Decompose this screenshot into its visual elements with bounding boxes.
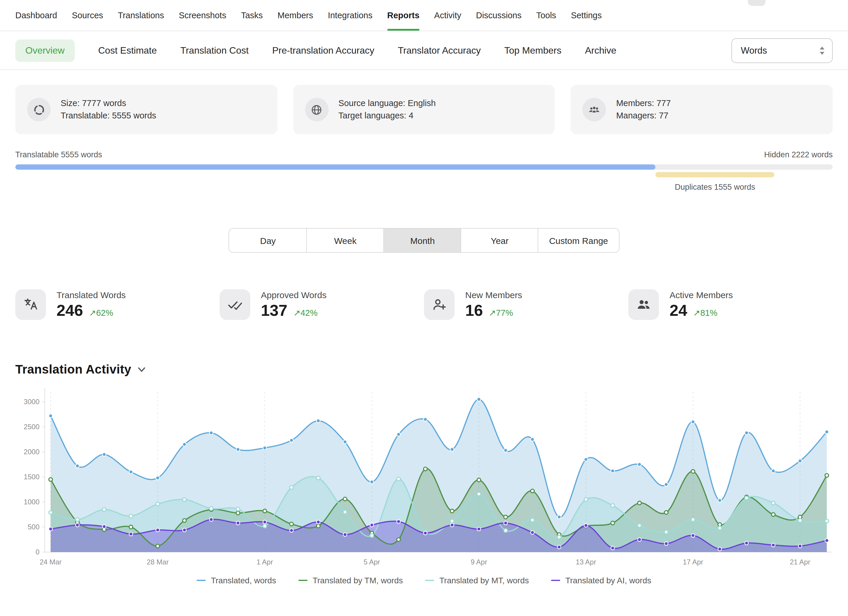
stat-text: Active Members24↗81% xyxy=(670,289,733,320)
svg-text:24 Mar: 24 Mar xyxy=(40,558,62,566)
stat-value: 16 xyxy=(465,301,483,320)
range-option-custom-range[interactable]: Custom Range xyxy=(538,229,619,252)
info-card-line: Members: 777 xyxy=(616,97,671,110)
range-option-day[interactable]: Day xyxy=(229,229,307,252)
duplicates-words-bar xyxy=(655,172,775,177)
sync-icon xyxy=(27,98,50,122)
info-card-line: Managers: 77 xyxy=(616,110,671,122)
report-tab-translation-cost[interactable]: Translation Cost xyxy=(181,45,249,56)
report-tab-cost-estimate[interactable]: Cost Estimate xyxy=(98,45,157,56)
info-card-text: Members: 777Managers: 77 xyxy=(616,97,671,122)
date-range-switcher: DayWeekMonthYearCustom Range xyxy=(229,228,619,253)
top-nav-item-activity[interactable]: Activity xyxy=(434,0,461,31)
top-nav-bar: DashboardSourcesTranslationsScreenshotsT… xyxy=(0,0,848,31)
svg-text:3000: 3000 xyxy=(24,398,40,406)
top-nav-item-settings[interactable]: Settings xyxy=(571,0,602,31)
info-card-line: Translatable: 5555 words xyxy=(61,110,156,122)
info-card-text: Source language: EnglishTarget languages… xyxy=(338,97,436,122)
stat-delta: ↗62% xyxy=(89,308,113,317)
stat-new-members: New Members16↗77% xyxy=(424,289,629,320)
activity-title: Translation Activity xyxy=(15,362,131,377)
top-nav-item-screenshots[interactable]: Screenshots xyxy=(179,0,226,31)
legend-label: Translated by MT, words xyxy=(439,576,529,585)
trend-up-icon: ↗ xyxy=(693,308,700,317)
report-tab-archive[interactable]: Archive xyxy=(585,45,617,56)
stat-delta-value: 42% xyxy=(300,308,317,317)
translatable-words-label: Translatable 5555 words xyxy=(15,150,102,159)
stat-value-row: 16↗77% xyxy=(465,301,522,320)
legend-line-icon xyxy=(197,580,206,581)
stat-delta: ↗77% xyxy=(489,308,513,317)
range-option-week[interactable]: Week xyxy=(307,229,384,252)
stat-text: Translated Words246↗62% xyxy=(56,289,126,320)
translate-icon xyxy=(15,289,46,320)
range-option-year[interactable]: Year xyxy=(461,229,538,252)
words-breakdown: Translatable 5555 words Hidden 2222 word… xyxy=(15,150,833,193)
top-nav-item-tools[interactable]: Tools xyxy=(536,0,556,31)
report-tab-pre-translation-accuracy[interactable]: Pre-translation Accuracy xyxy=(272,45,374,56)
svg-text:0: 0 xyxy=(36,548,40,556)
legend-item-translated-words[interactable]: Translated, words xyxy=(197,576,276,585)
stat-label: Translated Words xyxy=(56,289,126,300)
svg-text:9 Apr: 9 Apr xyxy=(470,558,487,566)
range-option-month[interactable]: Month xyxy=(384,229,461,252)
words-breakdown-labels: Translatable 5555 words Hidden 2222 word… xyxy=(15,150,833,159)
stat-value-row: 137↗42% xyxy=(261,301,326,320)
legend-line-icon xyxy=(425,580,434,581)
top-nav-item-translations[interactable]: Translations xyxy=(118,0,164,31)
report-tab-translator-accuracy[interactable]: Translator Accuracy xyxy=(398,45,481,56)
svg-text:1000: 1000 xyxy=(24,498,40,506)
stat-label: Active Members xyxy=(670,289,733,300)
top-nav-item-reports[interactable]: Reports xyxy=(387,0,420,31)
words-progress-track xyxy=(15,165,833,170)
page: DashboardSourcesTranslationsScreenshotsT… xyxy=(0,0,848,616)
svg-text:2000: 2000 xyxy=(24,448,40,456)
info-card: Source language: EnglishTarget languages… xyxy=(293,85,555,134)
stat-delta-value: 77% xyxy=(496,308,513,317)
legend-item-translated-by-mt-words[interactable]: Translated by MT, words xyxy=(425,576,529,585)
chevron-down-icon[interactable] xyxy=(138,367,145,372)
info-card: Size: 7777 wordsTranslatable: 5555 words xyxy=(15,85,277,134)
stat-translated-words: Translated Words246↗62% xyxy=(15,289,219,320)
top-nav-item-discussions[interactable]: Discussions xyxy=(476,0,522,31)
info-card-line: Size: 7777 words xyxy=(61,97,156,110)
duplicates-label-row: Duplicates 1555 words xyxy=(15,183,833,193)
report-tab-top-members[interactable]: Top Members xyxy=(504,45,562,56)
trend-up-icon: ↗ xyxy=(489,308,496,317)
duplicates-row xyxy=(15,172,833,177)
stat-delta-value: 81% xyxy=(700,308,717,317)
globe-icon xyxy=(305,98,328,122)
stat-counters: Translated Words246↗62%Approved Words137… xyxy=(15,289,833,320)
stat-label: New Members xyxy=(465,289,522,300)
svg-text:1500: 1500 xyxy=(24,473,40,481)
unit-select[interactable]: Words xyxy=(731,38,833,63)
top-nav-item-members[interactable]: Members xyxy=(278,0,313,31)
unit-select-value: Words xyxy=(741,45,767,56)
legend-item-translated-by-tm-words[interactable]: Translated by TM, words xyxy=(299,576,403,585)
stat-text: New Members16↗77% xyxy=(465,289,522,320)
date-range-section: DayWeekMonthYearCustom Range xyxy=(0,228,848,253)
info-card-text: Size: 7777 wordsTranslatable: 5555 words xyxy=(61,97,156,122)
trend-up-icon: ↗ xyxy=(89,308,96,317)
people-icon xyxy=(629,289,659,320)
svg-text:21 Apr: 21 Apr xyxy=(790,558,810,566)
svg-text:2500: 2500 xyxy=(24,423,40,431)
stat-delta-value: 62% xyxy=(96,308,113,317)
legend-line-icon xyxy=(551,580,560,581)
top-nav-item-sources[interactable]: Sources xyxy=(72,0,103,31)
activity-header: Translation Activity xyxy=(15,362,833,377)
legend-label: Translated by AI, words xyxy=(565,576,651,585)
report-tab-overview[interactable]: Overview xyxy=(15,39,74,62)
stat-delta: ↗42% xyxy=(293,308,317,317)
svg-text:1 Apr: 1 Apr xyxy=(256,558,273,566)
legend-item-translated-by-ai-words[interactable]: Translated by AI, words xyxy=(551,576,651,585)
cutoff-toolbar-button[interactable] xyxy=(748,0,766,6)
top-nav-item-tasks[interactable]: Tasks xyxy=(241,0,262,31)
top-nav-item-integrations[interactable]: Integrations xyxy=(328,0,372,31)
top-nav-item-dashboard[interactable]: Dashboard xyxy=(15,0,57,31)
stat-value: 137 xyxy=(261,301,288,320)
project-info-cards: Size: 7777 wordsTranslatable: 5555 words… xyxy=(15,85,833,134)
info-card-line: Source language: English xyxy=(338,97,436,110)
translation-activity-chart: 24 Mar28 Mar1 Apr5 Apr9 Apr13 Apr17 Apr2… xyxy=(15,384,833,585)
stat-active-members: Active Members24↗81% xyxy=(629,289,833,320)
